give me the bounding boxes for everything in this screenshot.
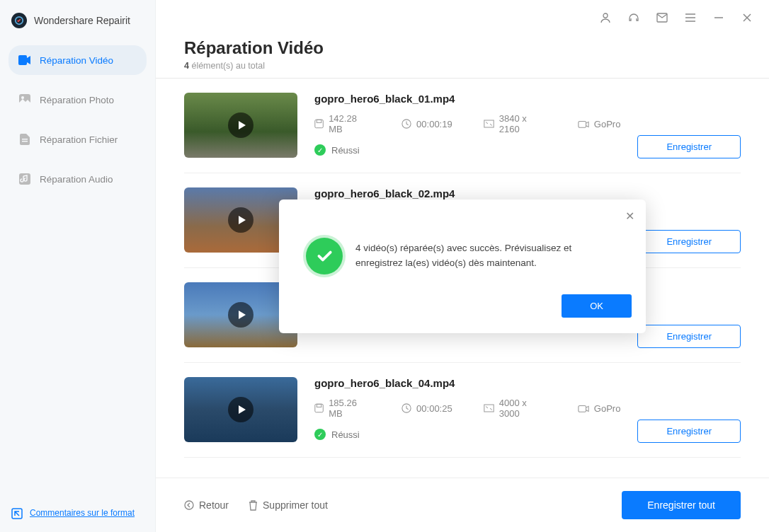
sidebar-item-video-repair[interactable]: Réparation Vidéo — [8, 45, 147, 75]
brand-name: Wondershare Repairit — [34, 15, 130, 26]
file-icon — [18, 133, 31, 146]
sidebar-item-label: Réparation Vidéo — [40, 55, 113, 66]
success-modal: ✕ 4 vidéo(s) réparée(s) avec succès. Pré… — [279, 200, 646, 333]
success-check-icon — [306, 238, 343, 274]
modal-message: 4 vidéo(s) réparée(s) avec succès. Prévi… — [355, 241, 619, 270]
app-logo-icon — [11, 13, 27, 28]
modal-close-button[interactable]: ✕ — [625, 209, 634, 223]
sidebar-item-photo-repair[interactable]: Réparation Photo — [8, 85, 147, 115]
sidebar-item-label: Réparation Photo — [40, 95, 114, 105]
photo-icon — [18, 93, 31, 106]
sidebar-item-file-repair[interactable]: Réparation Fichier — [8, 125, 147, 154]
feedback-icon — [11, 508, 23, 519]
svg-rect-4 — [22, 139, 28, 140]
audio-icon — [18, 173, 31, 185]
svg-rect-5 — [22, 141, 28, 142]
svg-point-3 — [21, 96, 24, 99]
sidebar-item-audio-repair[interactable]: Réparation Audio — [8, 164, 147, 194]
feedback-link[interactable]: Commentaires sur le format — [30, 508, 135, 519]
sidebar-item-label: Réparation Fichier — [40, 134, 118, 145]
sidebar-item-label: Réparation Audio — [40, 174, 113, 185]
svg-rect-1 — [18, 55, 27, 65]
brand-header: Wondershare Repairit — [0, 0, 155, 45]
modal-overlay: ✕ 4 vidéo(s) réparée(s) avec succès. Pré… — [156, 0, 769, 532]
sidebar: Wondershare Repairit Réparation Vidéo Ré… — [0, 0, 156, 532]
ok-button[interactable]: OK — [562, 294, 632, 318]
video-icon — [18, 54, 31, 66]
